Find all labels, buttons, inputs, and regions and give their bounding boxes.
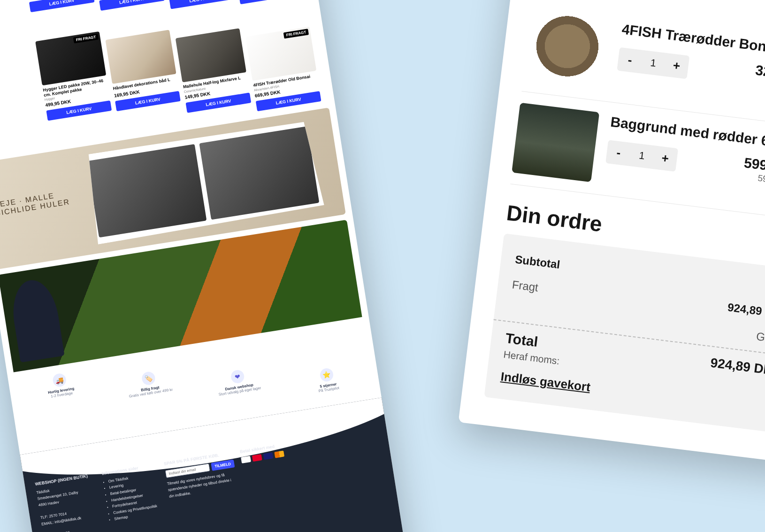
product-card[interactable]: Mallehule Half-log Mixfarve L CeramicNat… — [176, 28, 253, 122]
product-card[interactable]: FRI FRAGTNYHED Baggrund klippevæg 60x30 … — [89, 0, 167, 26]
pay-mastercard-icon — [274, 450, 284, 458]
feature-icon: ⭐ — [319, 367, 334, 382]
add-to-cart-button[interactable]: LÆG I KURV — [169, 0, 235, 9]
cart-item-image — [523, 10, 611, 90]
pay-jcb-icon — [241, 456, 251, 464]
feature-icon: 🏷️ — [141, 371, 156, 386]
product-card[interactable]: FRI FRAGT Hygger LED pakke 20W, 30–46 cm… — [35, 31, 115, 144]
badge: FRI FRAGT — [283, 29, 309, 38]
product-card[interactable]: NYHED Baggrund grå klippe 60x30 CeramicN… — [19, 0, 99, 37]
qty-decrease-button[interactable]: - — [617, 47, 643, 73]
storefront-panel: LUFT OG VARME NYHED Baggrund grå klippe … — [0, 0, 412, 532]
cart-item-image — [512, 103, 599, 182]
pay-dankort-icon — [252, 454, 262, 462]
feature-icon: 🚚 — [52, 372, 67, 388]
cart-panel: Dine varer 4FISH Trærødder Bonsai Sma - … — [459, 0, 765, 465]
qty-value: 1 — [629, 148, 654, 163]
add-to-cart-button[interactable]: LÆG I KURV — [29, 0, 95, 12]
order-summary: Subtotal 924,89 DKK Fragt Gratis Total 9… — [484, 234, 765, 434]
cart-item-unit-price: 599,95 DKK/stk — [742, 171, 765, 191]
product-card[interactable]: FRI FRAGTNYHED Baggrund med rødder 60x30… — [159, 0, 236, 15]
product-image: FRI FRAGT — [245, 26, 316, 80]
quantity-stepper: - 1 + — [605, 140, 678, 172]
newsletter-submit-button[interactable]: TILMELD — [211, 459, 235, 471]
feature-item: ❤ Dansk webshop Stort udvalg på eget lag… — [193, 363, 286, 412]
pay-visa-icon — [263, 452, 274, 460]
qty-increase-button[interactable]: + — [664, 53, 690, 79]
qty-value: 1 — [641, 55, 666, 70]
product-image — [176, 28, 246, 82]
total-label: Total — [505, 330, 539, 350]
product-card[interactable]: FRI FRAGT 4FISH Trærødder Old Bonsai Akv… — [245, 26, 321, 111]
feature-icon: ❤ — [230, 369, 245, 384]
shipping-value: Gratis — [756, 330, 765, 347]
feature-item: 🏷️ Billig fragt Gratis ved køb over 499 … — [104, 365, 199, 426]
qty-decrease-button[interactable]: - — [605, 140, 632, 166]
product-card[interactable]: Håndlavet dekorations båd L 169,95 DKK L… — [105, 30, 184, 133]
quantity-stepper: - 1 + — [617, 47, 689, 79]
feature-item: ⭐ 5 stjerner På Trustpilot — [282, 361, 373, 398]
product-image: FRI FRAGT — [35, 31, 106, 85]
cart-item-unit-price: 324,94 DKK/stk — [753, 78, 765, 98]
qty-increase-button[interactable]: + — [652, 145, 678, 172]
add-to-cart-button[interactable]: LÆG I KURV — [239, 0, 305, 4]
shipping-label: Fragt — [509, 278, 539, 316]
badge: FRI FRAGT — [73, 33, 99, 43]
footer-cvr: CVR: 39811659 — [43, 525, 100, 532]
product-card[interactable]: Stående Log Large 299,95 DKK LÆG I KURV — [229, 0, 304, 4]
product-image — [105, 30, 176, 84]
feature-item: 🚚 Hurtig levering 1-2 hverdage — [15, 366, 112, 440]
redeem-voucher-link[interactable]: Indløs gavekort — [500, 369, 591, 395]
add-to-cart-button[interactable]: LÆG I KURV — [99, 0, 165, 11]
